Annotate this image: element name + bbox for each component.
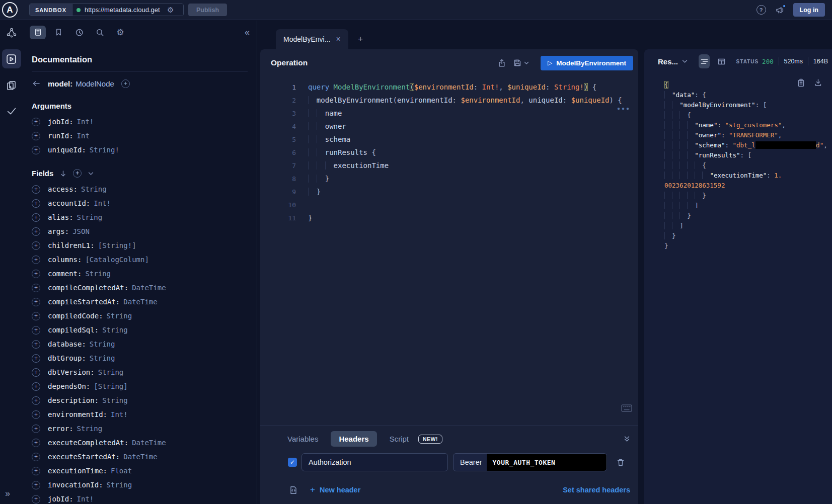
field-row[interactable]: +compiledSql:String (32, 323, 248, 337)
add-to-query-icon[interactable]: + (32, 256, 40, 264)
add-to-query-icon[interactable]: + (32, 368, 40, 377)
add-to-query-icon[interactable]: + (32, 326, 40, 334)
add-to-query-icon[interactable]: + (32, 199, 40, 208)
collapse-request-panel-icon[interactable] (624, 436, 630, 442)
field-row[interactable]: +args:JSON (32, 224, 248, 238)
back-arrow-icon[interactable] (32, 79, 40, 88)
field-row[interactable]: +dbtGroup:String (32, 351, 248, 365)
add-to-query-icon[interactable]: + (32, 312, 40, 320)
new-header-button[interactable]: + New header (310, 485, 360, 495)
close-tab-icon[interactable]: × (336, 35, 340, 44)
header-value-group[interactable]: Bearer YOUR_AUTH_TOKEN (453, 453, 607, 471)
field-row[interactable]: +compileCompletedAt:DateTime (32, 281, 248, 295)
add-to-query-icon[interactable]: + (32, 118, 40, 126)
environment-variables-icon[interactable] (289, 486, 297, 494)
add-to-query-icon[interactable]: + (32, 284, 40, 292)
save-operation-icon[interactable] (513, 59, 521, 67)
docs-settings-gear-icon[interactable]: ⚙ (112, 26, 128, 39)
query-code-line[interactable]: 11} (260, 211, 638, 224)
nav-checklist-icon[interactable] (2, 102, 21, 121)
login-button[interactable]: Log in (793, 3, 825, 17)
header-key-input[interactable] (301, 453, 448, 471)
add-to-query-icon[interactable]: + (32, 396, 40, 405)
query-code-line[interactable]: 5 schema (260, 133, 638, 146)
field-row[interactable]: +error:String (32, 422, 248, 436)
announcements-icon[interactable] (775, 6, 785, 15)
field-row[interactable]: +dependsOn:[String] (32, 379, 248, 393)
field-row[interactable]: +description:String (32, 393, 248, 407)
field-row[interactable]: +access:String (32, 182, 248, 196)
table-view-toggle[interactable] (716, 54, 727, 68)
query-editor[interactable]: 1query ModelByEnvironment($environmentId… (260, 76, 638, 224)
tab-headers[interactable]: Headers (331, 431, 376, 447)
query-code-line[interactable]: 8 } (260, 172, 638, 185)
field-row[interactable]: +dbtVersion:String (32, 365, 248, 379)
add-to-query-icon[interactable]: + (32, 185, 40, 194)
endpoint-url-input[interactable] (85, 6, 165, 14)
add-to-query-icon[interactable]: + (32, 298, 40, 306)
field-row[interactable]: +alias:String (32, 210, 248, 224)
copy-response-icon[interactable] (797, 78, 805, 87)
query-code-line[interactable]: 7 executionTime (260, 159, 638, 172)
sort-fields-icon[interactable] (60, 170, 66, 177)
chevron-down-icon[interactable] (88, 172, 94, 176)
field-row[interactable]: +executeCompletedAt:DateTime (32, 436, 248, 450)
field-row[interactable]: +executionTime:Float (32, 464, 248, 478)
nav-explorer-icon[interactable] (2, 49, 21, 68)
add-to-query-icon[interactable]: + (32, 439, 40, 447)
endpoint-settings-gear-icon[interactable]: ⚙ (167, 6, 174, 14)
add-to-query-icon[interactable]: + (32, 213, 40, 222)
add-field-to-query-icon[interactable]: + (121, 79, 130, 88)
add-all-fields-icon[interactable]: + (73, 169, 82, 178)
nav-collections-icon[interactable] (2, 75, 21, 95)
argument-row[interactable]: +uniqueId:String! (32, 143, 248, 157)
query-code-line[interactable]: 3 name (260, 107, 638, 120)
field-row[interactable]: +environmentId:Int! (32, 407, 248, 422)
help-icon[interactable]: ? (757, 5, 766, 15)
editor-more-options-icon[interactable]: ●●● (617, 106, 631, 111)
apollo-logo[interactable]: A (2, 2, 18, 18)
field-row[interactable]: +executeStartedAt:DateTime (32, 450, 248, 464)
set-shared-headers-button[interactable]: Set shared headers (563, 486, 630, 494)
add-to-query-icon[interactable]: + (32, 132, 40, 140)
argument-row[interactable]: +jobId:Int! (32, 115, 248, 129)
run-operation-button[interactable]: ▷ ModelByEnvironment (541, 56, 633, 70)
history-icon[interactable] (71, 26, 87, 39)
expand-sidebar-icon[interactable]: » (5, 488, 10, 499)
share-operation-icon[interactable] (498, 59, 506, 67)
field-row[interactable]: +accountId:Int! (32, 196, 248, 210)
field-row[interactable]: +childrenL1:[String!] (32, 238, 248, 253)
add-to-query-icon[interactable]: + (32, 270, 40, 278)
add-to-query-icon[interactable]: + (32, 467, 40, 475)
publish-button[interactable]: Publish (188, 4, 227, 16)
query-code-line[interactable]: 10 (260, 198, 638, 211)
nav-schema-icon[interactable] (2, 23, 21, 42)
delete-header-icon[interactable] (617, 458, 625, 467)
query-code-line[interactable]: 4 owner (260, 120, 638, 133)
query-code-line[interactable]: 6 runResults { (260, 146, 638, 159)
add-to-query-icon[interactable]: + (32, 481, 40, 489)
add-to-query-icon[interactable]: + (32, 340, 40, 349)
add-to-query-icon[interactable]: + (32, 227, 40, 236)
save-options-chevron-icon[interactable] (524, 61, 529, 65)
field-row[interactable]: +comment:String (32, 267, 248, 281)
field-row[interactable]: +compileStartedAt:DateTime (32, 295, 248, 309)
add-to-query-icon[interactable]: + (32, 146, 40, 154)
breadcrumb-type[interactable]: ModelNode (75, 79, 114, 88)
add-to-query-icon[interactable]: + (32, 495, 40, 503)
field-row[interactable]: +jobId:Int! (32, 492, 248, 504)
field-row[interactable]: +database:String (32, 337, 248, 351)
add-to-query-icon[interactable]: + (32, 241, 40, 250)
auth-token-value[interactable]: YOUR_AUTH_TOKEN (487, 454, 607, 471)
tab-script[interactable]: Script (390, 435, 409, 443)
operation-tab[interactable]: ModelByEnvi... × (276, 29, 348, 49)
header-enabled-checkbox[interactable]: ✓ (288, 458, 297, 467)
documentation-tab-icon[interactable] (30, 26, 46, 39)
add-to-query-icon[interactable]: + (32, 354, 40, 363)
field-row[interactable]: +compiledCode:String (32, 309, 248, 323)
keyboard-shortcuts-icon[interactable] (621, 404, 632, 412)
new-tab-button[interactable]: + (358, 34, 363, 45)
tab-variables[interactable]: Variables (287, 435, 318, 443)
query-code-line[interactable]: 9 } (260, 185, 638, 198)
add-to-query-icon[interactable]: + (32, 453, 40, 461)
